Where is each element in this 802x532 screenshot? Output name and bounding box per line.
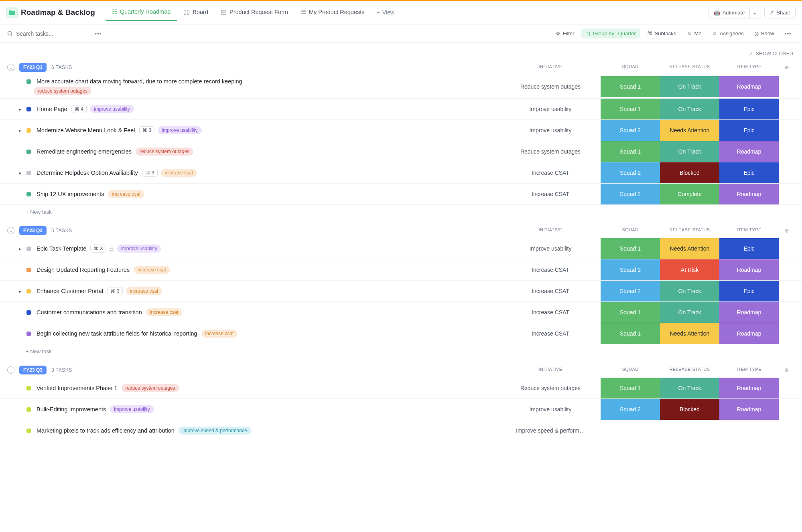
initiative-cell[interactable]: Increase CSAT <box>500 330 601 337</box>
collapse-icon[interactable]: ⌄ <box>7 366 14 374</box>
item-type-cell[interactable]: Epic <box>719 162 779 183</box>
col-header-release-status[interactable]: RELEASE STATUS <box>660 64 719 71</box>
task-tag[interactable]: reduce system outages <box>34 87 91 95</box>
add-column-button[interactable]: ⊕ <box>779 367 795 373</box>
expand-caret[interactable]: ▸ <box>19 128 24 133</box>
item-type-cell[interactable]: Roadmap <box>719 76 779 97</box>
status-dot[interactable] <box>26 268 31 272</box>
squad-cell[interactable]: Squad 2 <box>601 281 660 301</box>
new-task-button[interactable]: + New task <box>0 205 802 219</box>
task-main[interactable]: Bulk-Editing Improvements improve usabil… <box>19 402 500 417</box>
group-badge[interactable]: FY23 Q1 <box>19 63 47 72</box>
item-type-cell[interactable] <box>719 420 779 441</box>
add-column-button[interactable]: ⊕ <box>779 227 795 234</box>
squad-cell[interactable]: Squad 2 <box>601 120 660 141</box>
tab-product-request-form[interactable]: ▤ Product Request Form <box>215 4 294 20</box>
squad-cell[interactable]: Squad 1 <box>601 238 660 259</box>
col-header-squad[interactable]: SQUAD <box>601 227 660 234</box>
release-status-cell[interactable]: On Track <box>660 141 719 162</box>
task-tag[interactable]: improve usability <box>117 245 161 253</box>
release-status-cell[interactable]: Complete <box>660 184 719 204</box>
status-dot[interactable] <box>26 192 31 196</box>
expand-caret[interactable]: ▸ <box>19 171 24 175</box>
status-dot[interactable] <box>26 171 31 175</box>
tab-my-product-requests[interactable]: ☰ My Product Requests <box>294 4 371 20</box>
task-main[interactable]: ▸ Determine Helpdesk Option Availiabilit… <box>19 166 500 180</box>
initiative-cell[interactable]: Reduce system outages <box>500 83 601 90</box>
release-status-cell[interactable]: Needs Attention <box>660 323 719 344</box>
tab-board[interactable]: ▯▯ Board <box>177 4 215 20</box>
collapse-icon[interactable]: ⌄ <box>7 227 14 234</box>
item-type-cell[interactable]: Epic <box>719 238 779 259</box>
col-header-squad[interactable]: SQUAD <box>601 367 660 373</box>
me-button[interactable]: ☺ Me <box>683 29 705 38</box>
status-dot[interactable] <box>26 429 31 433</box>
add-view-button[interactable]: + View <box>371 5 400 20</box>
toolbar-more-button[interactable]: ••• <box>781 29 795 38</box>
item-type-cell[interactable]: Epic <box>719 99 779 119</box>
initiative-cell[interactable]: Improve usability <box>500 106 601 112</box>
new-task-button[interactable]: + New task <box>0 344 802 358</box>
item-type-cell[interactable]: Epic <box>719 281 779 301</box>
status-dot[interactable] <box>26 150 31 154</box>
automate-dropdown[interactable]: ⌄ <box>749 7 761 18</box>
status-dot[interactable] <box>26 310 31 315</box>
squad-cell[interactable]: Squad 2 <box>601 259 660 280</box>
task-main[interactable]: Marketing pixels to track ads efficiency… <box>19 423 500 438</box>
task-tag[interactable]: reduce system outages <box>122 384 179 392</box>
group-badge[interactable]: FY23 Q2 <box>19 226 47 235</box>
search-more-button[interactable]: ••• <box>91 29 105 38</box>
expand-caret[interactable]: ▸ <box>19 107 24 111</box>
item-type-cell[interactable]: Roadmap <box>719 378 779 398</box>
release-status-cell[interactable]: On Track <box>660 99 719 119</box>
subtask-count[interactable]: ⌘ 3 <box>139 126 155 134</box>
release-status-cell[interactable]: Blocked <box>660 162 719 183</box>
subtask-count[interactable]: ⌘ 3 <box>107 287 123 295</box>
status-dot[interactable] <box>26 332 31 336</box>
filter-button[interactable]: ⚙ Filter <box>552 29 578 38</box>
tab-quarterly-roadmap[interactable]: ☵ Quarterly Roadmap <box>106 4 177 21</box>
task-main[interactable]: Design Updated Reporting Features increa… <box>19 263 500 277</box>
group-badge[interactable]: FY23 Q3 <box>19 366 47 374</box>
col-header-initiative[interactable]: INITIATIVE <box>500 64 601 71</box>
subtask-count[interactable]: ⌘ 3 <box>142 169 158 177</box>
task-tag[interactable]: improve usability <box>110 405 154 413</box>
add-column-button[interactable]: ⊕ <box>779 64 795 71</box>
task-tag[interactable]: improve usability <box>90 105 134 113</box>
task-tag[interactable]: increase csat <box>146 308 183 316</box>
automate-button[interactable]: 🤖 Automate <box>709 7 750 18</box>
release-status-cell[interactable]: At Risk <box>660 259 719 280</box>
initiative-cell[interactable]: Reduce system outages <box>500 385 601 391</box>
task-main[interactable]: Verified Improvements Phase 1 reduce sys… <box>19 381 500 395</box>
show-button[interactable]: ◎ Show <box>751 29 778 38</box>
task-tag[interactable]: increase csat <box>161 169 197 177</box>
squad-cell[interactable]: Squad 1 <box>601 99 660 119</box>
initiative-cell[interactable]: Increase CSAT <box>500 267 601 273</box>
squad-cell[interactable]: Squad 2 <box>601 184 660 204</box>
subtask-count[interactable]: ⌘ 3 <box>90 245 106 253</box>
release-status-cell[interactable]: On Track <box>660 76 719 97</box>
col-header-initiative[interactable]: INITIATIVE <box>500 367 601 373</box>
task-main[interactable]: Remediate engineering emergencies reduce… <box>19 144 500 159</box>
release-status-cell[interactable]: On Track <box>660 281 719 301</box>
item-type-cell[interactable]: Roadmap <box>719 141 779 162</box>
col-header-release-status[interactable]: RELEASE STATUS <box>660 367 719 373</box>
initiative-cell[interactable]: Improve usability <box>500 127 601 134</box>
status-dot[interactable] <box>26 386 31 390</box>
status-dot[interactable] <box>26 247 31 251</box>
release-status-cell[interactable]: On Track <box>660 378 719 398</box>
squad-cell[interactable]: Squad 1 <box>601 141 660 162</box>
expand-caret[interactable]: ▸ <box>19 247 24 251</box>
status-dot[interactable] <box>26 128 31 133</box>
col-header-release-status[interactable]: RELEASE STATUS <box>660 227 719 234</box>
squad-cell[interactable] <box>601 420 660 441</box>
expand-caret[interactable]: ▸ <box>19 289 24 293</box>
initiative-cell[interactable]: Improve usability <box>500 245 601 252</box>
squad-cell[interactable]: Squad 2 <box>601 399 660 420</box>
collapse-icon[interactable]: ⌄ <box>7 64 14 71</box>
task-tag[interactable]: reduce system outages <box>136 148 193 156</box>
release-status-cell[interactable]: Blocked <box>660 399 719 420</box>
subtask-count[interactable]: ⌘ 4 <box>71 105 87 113</box>
task-main[interactable]: ▸ Modernize Website Menu Look & Feel ⌘ 3… <box>19 123 500 138</box>
assignees-button[interactable]: ☺ Assignees <box>709 29 747 38</box>
